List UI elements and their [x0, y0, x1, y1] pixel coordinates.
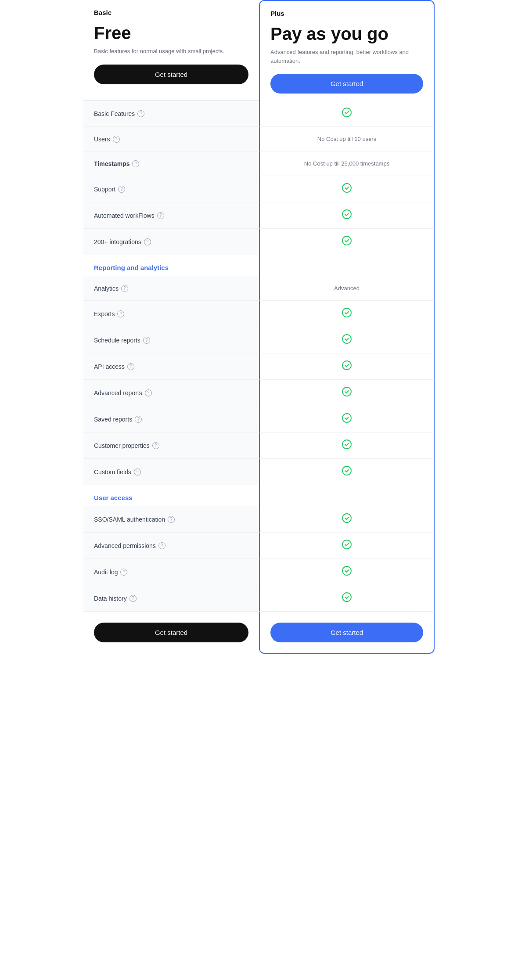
check-icon: [342, 513, 352, 525]
plus-value-schedule-reports: [259, 327, 435, 353]
feature-label-audit-log: Audit log?: [83, 559, 259, 585]
feature-label-text: Timestamps: [94, 160, 130, 167]
plus-value-users: No Cost up till 10 users: [259, 127, 435, 151]
help-icon[interactable]: ?: [117, 310, 124, 317]
feature-label-schedule-reports: Schedule reports?: [83, 327, 259, 353]
feature-label-api-access: API access?: [83, 353, 259, 380]
feature-label-text: Analytics: [94, 285, 119, 292]
plus-value-data-history: [259, 585, 435, 612]
svg-point-11: [342, 514, 351, 522]
svg-point-7: [342, 387, 351, 396]
help-icon[interactable]: ?: [118, 186, 125, 193]
plus-plan-header: Plus Pay as you go Advanced features and…: [259, 0, 435, 101]
section-header-plus-spacer: [259, 485, 435, 506]
plus-value-200-integrations: [259, 229, 435, 255]
feature-label-text: SSO/SAML authentication: [94, 516, 165, 523]
help-icon[interactable]: ?: [152, 442, 159, 449]
feature-label-text: Basic Features: [94, 110, 135, 117]
feature-label-text: Support: [94, 186, 115, 193]
help-icon[interactable]: ?: [121, 285, 128, 292]
svg-point-8: [342, 414, 351, 422]
feature-label-text: Users: [94, 136, 110, 143]
help-icon[interactable]: ?: [127, 363, 134, 370]
help-icon[interactable]: ?: [157, 212, 164, 219]
basic-get-started-top[interactable]: Get started: [94, 65, 248, 84]
check-icon: [342, 334, 352, 346]
basic-plan-header: Basic Free Basic features for normal usa…: [83, 0, 259, 101]
check-icon: [342, 360, 352, 372]
plus-plan-desc: Advanced features and reporting, better …: [270, 48, 423, 65]
help-icon[interactable]: ?: [137, 110, 144, 117]
feature-label-text: Advanced permissions: [94, 542, 156, 549]
help-icon[interactable]: ?: [113, 136, 120, 143]
feature-label-users: Users?: [83, 127, 259, 151]
plus-get-started-top[interactable]: Get started: [270, 74, 423, 94]
help-icon[interactable]: ?: [145, 389, 152, 396]
help-icon[interactable]: ?: [134, 468, 141, 476]
help-icon[interactable]: ?: [158, 542, 165, 549]
help-icon[interactable]: ?: [130, 595, 137, 602]
feature-label-text: Saved reports: [94, 416, 132, 423]
plus-plan-name: Plus: [270, 10, 423, 17]
feature-label-text: API access: [94, 363, 125, 370]
check-icon: [342, 566, 352, 578]
feature-value-text: Advanced: [334, 285, 360, 292]
check-icon: [342, 466, 352, 478]
svg-point-3: [342, 236, 351, 245]
check-icon: [342, 209, 352, 221]
feature-label-text: Data history: [94, 595, 127, 602]
feature-value-text: No Cost up till 25,000 timestamps: [304, 160, 389, 167]
check-icon: [342, 592, 352, 604]
check-icon: [342, 308, 352, 320]
plus-value-analytics: Advanced: [259, 276, 435, 301]
check-icon: [342, 413, 352, 425]
plus-footer: Get started: [259, 612, 435, 654]
feature-label-text: 200+ integrations: [94, 238, 141, 245]
features-container: Basic Features?Users?No Cost up till 10 …: [83, 101, 435, 654]
svg-point-10: [342, 466, 351, 475]
basic-get-started-bottom[interactable]: Get started: [94, 623, 248, 642]
help-icon[interactable]: ?: [143, 337, 150, 344]
plus-value-timestamps: No Cost up till 25,000 timestamps: [259, 151, 435, 176]
feature-label-text: Schedule reports: [94, 337, 140, 344]
feature-label-customer-properties: Customer properties?: [83, 432, 259, 459]
basic-plan-price: Free: [94, 23, 248, 43]
check-icon: [342, 108, 352, 119]
help-icon[interactable]: ?: [135, 416, 142, 423]
help-icon[interactable]: ?: [168, 516, 175, 523]
check-icon: [342, 540, 352, 551]
feature-label-advanced-reports: Advanced reports?: [83, 380, 259, 406]
help-icon[interactable]: ?: [132, 160, 139, 167]
svg-point-9: [342, 440, 351, 449]
plus-value-api-access: [259, 353, 435, 380]
svg-point-14: [342, 593, 351, 602]
basic-plan-name: Basic: [94, 9, 248, 16]
help-icon[interactable]: ?: [120, 569, 127, 576]
plus-value-custom-fields: [259, 459, 435, 485]
svg-point-4: [342, 308, 351, 317]
feature-label-sso-saml-authentication: SSO/SAML authentication?: [83, 506, 259, 533]
plus-value-advanced-reports: [259, 380, 435, 406]
feature-label-basic-features: Basic Features?: [83, 101, 259, 127]
svg-point-5: [342, 335, 351, 343]
plus-value-support: [259, 176, 435, 202]
plus-value-customer-properties: [259, 432, 435, 459]
feature-label-200-integrations: 200+ integrations?: [83, 229, 259, 255]
section-header-reporting-and-analytics: Reporting and analytics: [83, 255, 259, 276]
check-icon: [342, 236, 352, 248]
plus-value-basic-features: [259, 101, 435, 127]
check-icon: [342, 387, 352, 399]
check-icon: [342, 183, 352, 195]
plus-get-started-bottom[interactable]: Get started: [270, 623, 423, 642]
check-icon: [342, 440, 352, 451]
feature-label-saved-reports: Saved reports?: [83, 406, 259, 432]
plus-plan-price: Pay as you go: [270, 24, 423, 43]
plus-value-sso-saml-authentication: [259, 506, 435, 533]
help-icon[interactable]: ?: [144, 238, 151, 245]
svg-point-12: [342, 540, 351, 549]
feature-label-timestamps: Timestamps?: [83, 151, 259, 176]
feature-label-text: Advanced reports: [94, 389, 142, 396]
feature-label-exports: Exports?: [83, 301, 259, 327]
plus-value-advanced-permissions: [259, 533, 435, 559]
svg-point-1: [342, 184, 351, 192]
